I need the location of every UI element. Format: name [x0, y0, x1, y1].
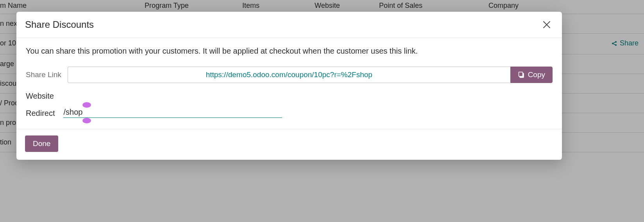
share-link-group: Copy	[68, 67, 553, 83]
share-link-row: Share Link Copy	[26, 67, 553, 83]
copy-label: Copy	[528, 70, 545, 79]
redirect-label: Redirect	[26, 109, 63, 118]
close-icon	[542, 20, 551, 29]
share-link-label: Share Link	[26, 70, 68, 79]
copy-button[interactable]: Copy	[510, 67, 553, 83]
redirect-row: Redirect	[26, 108, 553, 118]
modal-header: Share Discounts	[16, 12, 562, 38]
copy-icon	[518, 71, 525, 78]
modal-footer: Done	[16, 129, 562, 160]
svg-rect-4	[519, 72, 522, 76]
cursor-handle-bottom	[82, 118, 91, 123]
modal-body: You can share this promotion with your c…	[16, 38, 562, 129]
website-label: Website	[26, 92, 553, 101]
share-discounts-modal: Share Discounts You can share this promo…	[16, 12, 562, 160]
share-link-input[interactable]	[68, 67, 510, 83]
modal-title: Share Discounts	[25, 19, 94, 30]
redirect-input[interactable]	[63, 108, 282, 118]
close-button[interactable]	[540, 19, 553, 31]
intro-text: You can share this promotion with your c…	[26, 47, 553, 56]
done-button[interactable]: Done	[25, 135, 58, 152]
cursor-handle-top	[82, 102, 91, 108]
